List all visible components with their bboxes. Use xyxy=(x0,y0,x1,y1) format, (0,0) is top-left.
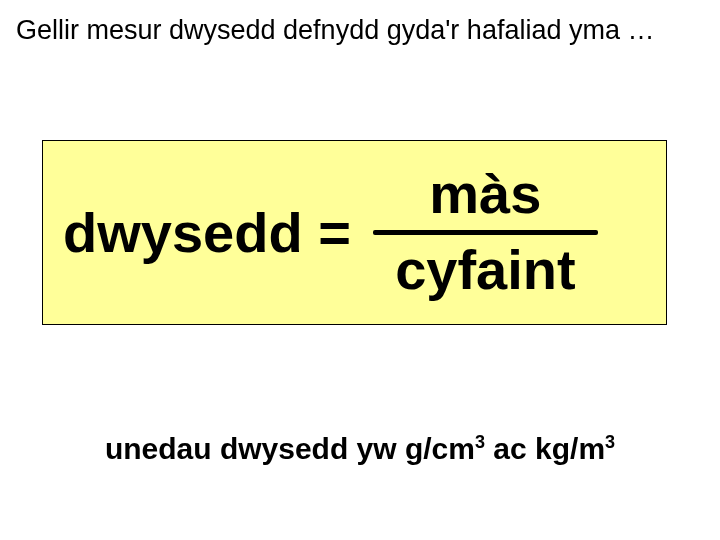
units-prefix: unedau dwysedd yw xyxy=(105,432,405,465)
unit2-exp: 3 xyxy=(605,432,615,452)
fraction-line xyxy=(373,230,598,235)
formula-numerator: màs xyxy=(429,165,541,224)
units-line: unedau dwysedd yw g/cm3 ac kg/m3 xyxy=(0,432,720,466)
formula-box: dwysedd = màs cyfaint xyxy=(42,140,667,325)
unit1-base: g/cm xyxy=(405,432,475,465)
unit2-base: kg/m xyxy=(535,432,605,465)
formula-fraction: màs cyfaint xyxy=(373,165,598,300)
unit1-exp: 3 xyxy=(475,432,485,452)
intro-text: Gellir mesur dwysedd defnydd gyda'r hafa… xyxy=(16,14,690,48)
formula-denominator: cyfaint xyxy=(395,241,576,300)
formula-lhs: dwysedd = xyxy=(63,200,351,265)
units-joiner: ac xyxy=(485,432,535,465)
